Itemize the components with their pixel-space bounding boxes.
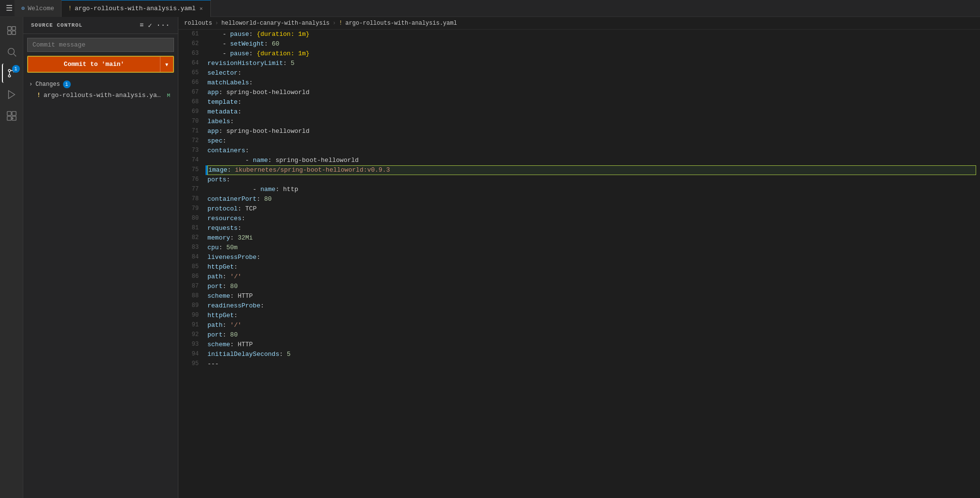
line-number: 79 (178, 204, 199, 214)
line-number: 71 (178, 127, 199, 136)
line-number: 76 (178, 175, 199, 185)
line-numbers: 6162636465666768697071727374757677787980… (178, 30, 204, 498)
line-number: 67 (178, 88, 199, 97)
line-number: 69 (178, 107, 199, 117)
line-number: 93 (178, 340, 199, 350)
activity-extensions[interactable] (2, 106, 21, 126)
activity-run[interactable] (2, 85, 21, 104)
svg-line-5 (14, 54, 16, 56)
changes-header-left: › Changes 1 (29, 80, 71, 88)
line-number: 73 (178, 146, 199, 156)
svg-rect-10 (7, 112, 11, 115)
code-line: port: 80 (207, 330, 976, 340)
code-line: path: '/' (207, 272, 976, 282)
code-line: path: '/' (207, 321, 976, 330)
tab-yaml-label: argo-rollouts-with-analysis.yaml (75, 5, 196, 12)
tab-welcome[interactable]: ⊙ Welcome (15, 0, 62, 17)
line-number: 81 (178, 224, 199, 233)
line-number: 66 (178, 78, 199, 88)
code-line: memory: 32Mi (207, 233, 976, 243)
svg-rect-1 (12, 27, 15, 30)
changes-section: › Changes 1 ! argo-rollouts-with-analysi… (27, 79, 174, 100)
commit-dropdown-button[interactable]: ▾ (160, 57, 173, 72)
code-line: selector: (207, 68, 976, 78)
line-number: 83 (178, 243, 199, 253)
sidebar-header-icons: ≡ ✓ ··· (140, 21, 170, 30)
line-number: 65 (178, 68, 199, 78)
commit-button[interactable]: Commit to 'main' (28, 57, 160, 72)
line-number: 89 (178, 301, 199, 311)
welcome-tab-icon: ⊙ (21, 5, 25, 12)
code-line: containerPort: 80 (207, 194, 976, 204)
code-line: app: spring-boot-helloworld (207, 127, 976, 136)
line-number: 62 (178, 39, 199, 49)
activity-source-control[interactable]: 1 (2, 64, 21, 83)
breadcrumb-rollouts: rollouts (184, 20, 212, 27)
source-control-badge: 1 (12, 65, 20, 73)
line-number: 61 (178, 30, 199, 39)
svg-point-4 (8, 48, 14, 55)
line-number: 75 (178, 165, 199, 175)
svg-marker-9 (8, 91, 15, 99)
file-status: M (167, 93, 170, 98)
svg-point-6 (8, 69, 11, 72)
sidebar-title: SOURCE CONTROL (31, 22, 82, 28)
code-line: - setWeight: 60 (207, 39, 976, 49)
svg-rect-12 (7, 116, 11, 120)
svg-rect-2 (7, 31, 11, 34)
svg-point-8 (8, 75, 11, 77)
code-line: ports: (207, 175, 976, 185)
sidebar-more-icon[interactable]: ··· (157, 21, 170, 29)
line-number: 86 (178, 272, 199, 282)
code-line: app: spring-boot-helloworld (207, 88, 976, 97)
gutter-marker (205, 165, 207, 175)
code-line: containers: (207, 146, 976, 156)
line-number: 63 (178, 49, 199, 59)
changes-label: Changes (35, 81, 60, 88)
changes-header[interactable]: › Changes 1 (27, 79, 174, 90)
line-number: 95 (178, 359, 199, 369)
line-number: 68 (178, 97, 199, 107)
code-line: livenessProbe: (207, 253, 976, 262)
code-line: cpu: 50m (207, 243, 976, 253)
line-number: 87 (178, 282, 199, 291)
code-line: --- (207, 359, 976, 369)
line-number: 84 (178, 253, 199, 262)
yaml-tab-icon: ! (68, 5, 72, 12)
code-line: protocol: TCP (207, 204, 976, 214)
line-number: 90 (178, 311, 199, 321)
code-line: - name: http (207, 185, 976, 194)
code-line: labels: (207, 117, 976, 127)
tab-yaml-close[interactable]: ✕ (199, 5, 204, 12)
code-line: - name: spring-boot-helloworld (207, 156, 976, 165)
activity-search[interactable] (2, 42, 21, 62)
tab-yaml[interactable]: ! argo-rollouts-with-analysis.yaml ✕ (62, 0, 211, 17)
file-item[interactable]: ! argo-rollouts-with-analysis.yaml ro...… (27, 90, 174, 100)
commit-button-row: Commit to 'main' ▾ (27, 56, 174, 73)
tabs-area: ⊙ Welcome ! argo-rollouts-with-analysis.… (15, 0, 976, 16)
line-number: 80 (178, 214, 199, 224)
line-number: 88 (178, 291, 199, 301)
code-editor[interactable]: 6162636465666768697071727374757677787980… (178, 30, 980, 498)
sidebar-list-icon[interactable]: ≡ (140, 21, 144, 29)
code-line: resources: (207, 214, 976, 224)
code-line: initialDelaySeconds: 5 (207, 350, 976, 359)
breadcrumb-sep-2: › (332, 20, 336, 27)
line-number: 74 (178, 156, 199, 165)
sidebar-content: Commit to 'main' ▾ › Changes 1 ! argo-ro… (23, 34, 178, 498)
title-bar-left: ☰ (4, 1, 15, 15)
menu-icon[interactable]: ☰ (4, 1, 15, 15)
breadcrumb-sep-1: › (215, 20, 219, 27)
code-line: readinessProbe: (207, 301, 976, 311)
breadcrumb: rollouts › helloworld-canary-with-analys… (178, 17, 980, 30)
code-line: httpGet: (207, 311, 976, 321)
activity-explorer[interactable] (2, 21, 21, 40)
sidebar: SOURCE CONTROL ≡ ✓ ··· Commit to 'main' … (23, 17, 178, 498)
file-name: argo-rollouts-with-analysis.yaml ro... (44, 92, 164, 99)
line-number: 92 (178, 330, 199, 340)
code-line: matchLabels: (207, 78, 976, 88)
commit-message-input[interactable] (27, 38, 174, 52)
sidebar-check-icon[interactable]: ✓ (148, 21, 152, 30)
code-line: metadata: (207, 107, 976, 117)
breadcrumb-warn-icon: ! (339, 20, 342, 27)
